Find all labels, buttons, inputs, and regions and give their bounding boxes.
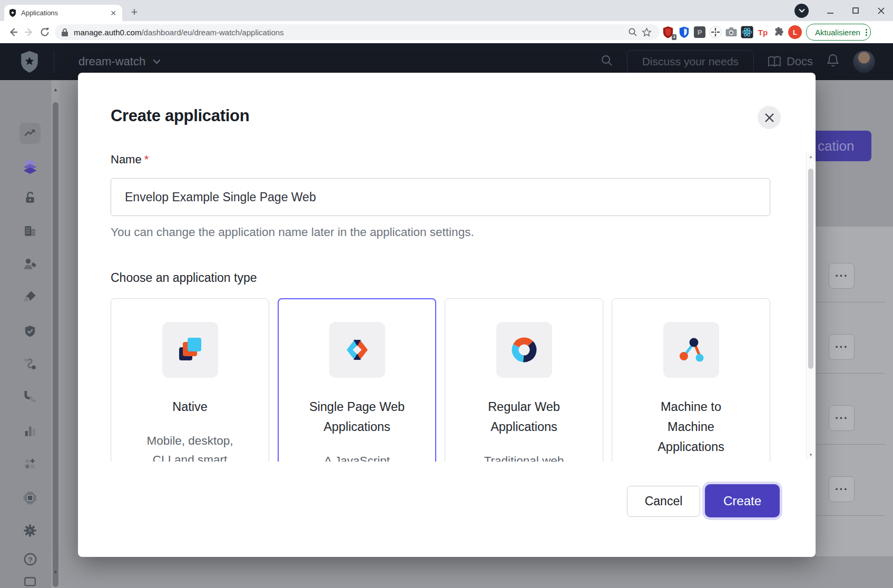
sidebar-item-actions-flow[interactable]	[21, 355, 39, 373]
browser-menu-dots-icon[interactable]	[866, 29, 867, 36]
tab-close-icon[interactable]: ✕	[109, 8, 118, 18]
row-actions-menu-button[interactable]: ···	[829, 334, 855, 360]
create-application-button-partial[interactable]: cation	[811, 131, 871, 161]
sidebar-scroll-thumb[interactable]	[53, 102, 58, 587]
chrome-profile-caret-icon[interactable]	[794, 4, 809, 18]
close-window-button[interactable]	[874, 4, 888, 17]
browser-tab-applications[interactable]: Applications ✕	[4, 5, 122, 21]
browser-window: Applications ✕ +	[0, 0, 893, 588]
bar-chart-icon	[23, 424, 37, 438]
card-description: A JavaScript	[324, 452, 390, 462]
row-separator	[816, 373, 885, 374]
react-devtools-extension-icon[interactable]	[740, 25, 754, 40]
close-icon	[764, 113, 774, 123]
modal-scroll-thumb[interactable]	[808, 169, 813, 369]
sidebar-item-bar-chart[interactable]	[21, 422, 39, 440]
auth0-favicon	[8, 8, 17, 17]
back-icon[interactable]	[5, 24, 21, 40]
book-icon	[768, 56, 781, 67]
sidebar-item-collapse[interactable]	[21, 573, 39, 588]
cancel-button[interactable]: Cancel	[627, 486, 700, 517]
camera-extension-icon[interactable]	[724, 25, 739, 40]
spa-diamond-icon	[329, 322, 385, 378]
application-name-input[interactable]	[111, 178, 770, 216]
extensions-area: 4PTp	[660, 25, 786, 40]
forward-icon[interactable]	[21, 24, 37, 40]
update-chrome-button[interactable]: Aktualisieren	[806, 24, 871, 41]
sidebar-nav: ?	[0, 80, 51, 588]
sidebar-item-chip[interactable]	[21, 489, 39, 507]
card-title: Native	[172, 397, 208, 417]
chevron-down-icon	[153, 59, 161, 64]
row-actions-menu-button[interactable]: ···	[829, 476, 855, 502]
modal-scrollbar[interactable]: ▲ ▼	[806, 152, 815, 459]
sidebar-item-pipeline[interactable]	[21, 388, 39, 406]
tp-extension-icon[interactable]: Tp	[755, 25, 770, 40]
app-type-card-spa[interactable]: Single Page WebApplications A JavaScript	[278, 298, 436, 462]
user-avatar[interactable]	[853, 51, 875, 73]
sidebar-item-extensions-grid[interactable]	[21, 455, 39, 473]
docs-link[interactable]: Docs	[768, 55, 813, 68]
bitwarden-extension-icon[interactable]	[676, 25, 691, 40]
help-icon: ?	[23, 552, 37, 566]
create-button[interactable]: Create	[705, 484, 780, 517]
extension-badge: 4	[672, 34, 676, 40]
url-text: manage.auth0.com/dashboard/eu/dream-watc…	[74, 28, 626, 37]
extensions-grid-icon	[23, 457, 37, 471]
app-type-card-regular-web[interactable]: Regular WebApplications Traditional web	[445, 298, 603, 462]
address-bar[interactable]: manage.auth0.com/dashboard/eu/dream-watc…	[55, 24, 660, 40]
search-icon[interactable]	[601, 54, 613, 69]
ublock-extension-icon[interactable]: 4	[661, 25, 675, 40]
sidebar-item-shield-check[interactable]	[21, 322, 39, 340]
sidebar-scrollbar[interactable]: ▲ ▼	[52, 80, 60, 588]
puzzle-extensions-icon[interactable]	[771, 25, 786, 40]
sidebar-item-layers[interactable]	[21, 157, 39, 175]
p-extension-icon[interactable]: P	[692, 25, 707, 40]
row-actions-menu-button[interactable]: ···	[829, 263, 855, 289]
layers-icon	[22, 158, 38, 174]
tab-title: Applications	[21, 9, 109, 17]
zoom-page-icon[interactable]	[626, 25, 640, 39]
scroll-up-arrow-icon[interactable]: ▲	[52, 85, 60, 94]
sidebar-item-organization[interactable]	[21, 222, 39, 240]
native-stack-icon	[162, 322, 218, 378]
modal-close-button[interactable]	[758, 106, 781, 129]
modal-title: Create application	[111, 106, 249, 125]
new-tab-button[interactable]: +	[126, 4, 142, 20]
maximize-button[interactable]	[849, 4, 862, 17]
sidebar-item-gear[interactable]	[21, 522, 39, 540]
create-application-modal: Create application Name* You can change …	[78, 73, 816, 557]
scroll-down-arrow-icon[interactable]: ▼	[807, 451, 815, 458]
user-gear-icon	[23, 257, 37, 271]
gear-icon	[23, 523, 37, 538]
bookmark-star-icon[interactable]	[640, 25, 653, 39]
browser-profile-avatar[interactable]: L	[788, 25, 802, 39]
sidebar-item-paintbrush[interactable]	[21, 288, 39, 306]
app-type-card-m2m[interactable]: Machine toMachineApplications	[612, 298, 770, 462]
sidebar-item-unlock[interactable]	[21, 189, 39, 207]
reload-icon[interactable]	[37, 24, 53, 40]
card-title: Regular WebApplications	[488, 397, 560, 437]
row-actions-menu-button[interactable]: ···	[829, 405, 855, 431]
application-type-cards: Native Mobile, desktop,CLI and smart Sin…	[111, 298, 770, 462]
svg-text:?: ?	[28, 555, 32, 563]
scroll-up-arrow-icon[interactable]: ▲	[807, 153, 815, 160]
paintbrush-icon	[23, 289, 37, 304]
browser-toolbar: manage.auth0.com/dashboard/eu/dream-watc…	[0, 21, 893, 43]
required-asterisk: *	[144, 153, 149, 166]
window-controls	[794, 0, 888, 21]
modal-scroll-area: Name* You can change the application nam…	[78, 142, 806, 462]
sidebar-item-trending-up[interactable]	[19, 123, 41, 144]
discuss-your-needs-button[interactable]: Discuss your needs	[627, 50, 754, 73]
minimize-button[interactable]	[823, 4, 837, 17]
sidebar-item-user-gear[interactable]	[21, 255, 39, 273]
auth0-logo-icon	[19, 50, 40, 74]
pipeline-icon	[23, 389, 37, 404]
sidebar-item-help[interactable]: ?	[21, 550, 39, 568]
scroll-down-arrow-icon[interactable]: ▼	[52, 568, 60, 576]
target-extension-icon[interactable]	[708, 25, 723, 40]
tenant-selector[interactable]: dream-watch	[78, 55, 161, 68]
shield-check-icon	[23, 325, 37, 338]
notifications-bell-icon[interactable]	[827, 54, 839, 70]
app-type-card-native[interactable]: Native Mobile, desktop,CLI and smart	[111, 298, 269, 462]
